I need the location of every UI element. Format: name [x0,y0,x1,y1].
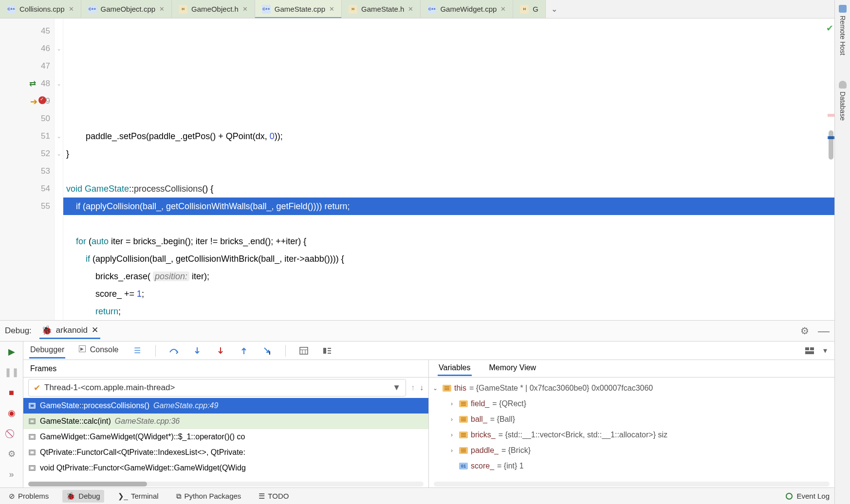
close-icon[interactable]: ✕ [408,5,413,13]
step-into-icon[interactable] [192,345,203,356]
line-number[interactable]: 54 [0,180,54,198]
tab-memory-view[interactable]: Memory View [488,361,537,376]
right-tool-strip: Remote Host Database [834,0,850,504]
editor-scrollbar[interactable] [829,130,833,160]
file-tab[interactable]: C++GameWidget.cpp✕ [421,0,513,18]
code-line[interactable]: paddle_.setPos(paddle_.getPos() + QPoint… [63,127,834,145]
layout-icon[interactable] [804,345,815,356]
file-tab[interactable]: C++GameState.cpp✕ [255,0,342,18]
tool-python-packages[interactable]: ⧉Python Packages [172,490,245,503]
close-icon[interactable]: ✕ [329,5,334,13]
tab-console[interactable]: ▶ Console [78,342,119,359]
line-number[interactable]: 45 [0,22,54,40]
code-line[interactable]: void GameState::processCollisions() { [63,180,834,198]
debug-session-tab[interactable]: 🐞 arkanoid ✕ [39,323,100,339]
event-log-link[interactable]: Event Log [796,492,830,500]
trace-icon[interactable] [322,345,333,356]
file-tab[interactable]: C++GameObject.cpp✕ [81,0,172,18]
code-line[interactable]: if (applyCollision(ball_, getCollisionWi… [63,198,834,215]
tree-toggle-icon[interactable]: › [447,416,456,423]
next-frame-icon[interactable]: ↓ [420,383,424,392]
line-number[interactable]: 49➔ [0,92,54,110]
stack-frame[interactable]: QtPrivate::FunctorCall<QtPrivate::Indexe… [23,445,428,460]
variable-row[interactable]: › ball_ = {Ball} [431,412,832,427]
line-number[interactable]: 52 [0,145,54,162]
resume-icon[interactable]: ▶ [6,346,17,357]
stack-frame[interactable]: GameWidget::GameWidget(QWidget*)::$_1::o… [23,429,428,445]
code-line[interactable]: score_ += 1; [63,285,834,303]
line-number[interactable]: 50 [0,110,54,127]
chevron-down-icon[interactable]: ▼ [392,383,401,393]
gear-icon[interactable]: ⚙ [800,325,809,337]
tool-problems[interactable]: ⊘Problems [5,490,53,503]
threads-icon[interactable]: ☰ [132,345,143,356]
minimize-icon[interactable]: — [818,324,830,338]
run-to-cursor-icon[interactable] [262,345,273,356]
tool-database[interactable]: Database [838,78,848,124]
step-over-icon[interactable] [168,345,179,356]
variable-row[interactable]: › field_ = {QRect} [431,396,832,412]
tool-todo[interactable]: ☰TODO [255,490,293,503]
frames-scrollbar[interactable] [28,482,424,486]
mute-breakpoints-icon[interactable]: ⃠ [6,428,17,439]
step-out-icon[interactable] [239,345,249,356]
force-step-into-icon[interactable] [215,345,226,356]
code-editor[interactable]: 45464748⇄49➔505152535455 ⌄⌄⌄⌄ ✔ paddle_.… [0,18,834,320]
close-icon[interactable]: ✕ [242,5,248,13]
code-line[interactable] [63,162,834,180]
more-tabs-icon[interactable]: ⌄ [546,0,562,18]
tool-remote-host[interactable]: Remote Host [838,2,848,58]
variables-tree[interactable]: ⌄ this = {GameState * | 0x7fcac3060be0} … [429,378,834,481]
variable-row[interactable]: › paddle_ = {Brick} [431,443,832,458]
tool-debug[interactable]: 🐞Debug [62,490,104,503]
close-icon[interactable]: ✕ [92,325,98,335]
close-icon[interactable]: ✕ [69,5,74,13]
close-icon[interactable]: ✕ [500,5,506,13]
file-tab[interactable]: HGameState.h✕ [342,0,421,18]
code-area[interactable]: ✔ paddle_.setPos(paddle_.getPos() + QPoi… [63,18,834,320]
code-line[interactable]: } [63,145,834,162]
line-number[interactable]: 51 [0,127,54,145]
tree-toggle-icon[interactable]: › [447,432,456,438]
prev-frame-icon[interactable]: ↑ [411,383,415,392]
line-number[interactable]: 48⇄ [0,75,54,92]
file-tab[interactable]: HG [513,0,546,18]
line-number[interactable]: 47 [0,57,54,75]
breakpoint-icon[interactable] [38,96,46,104]
variables-scrollbar[interactable] [434,482,830,486]
code-line[interactable]: if (applyCollision(ball_, getCollisionWi… [63,250,834,268]
thread-selector[interactable]: ✔ Thread-1-<com.apple.main-thread> ▼ [28,379,406,396]
code-line[interactable]: for (auto iter = bricks_.begin(); iter !… [63,233,834,250]
line-number[interactable]: 46 [0,40,54,57]
fold-column[interactable]: ⌄⌄⌄⌄ [55,18,63,320]
stop-icon[interactable]: ■ [6,387,17,398]
pause-icon[interactable]: ❚❚ [6,367,17,378]
stack-frame[interactable]: void QtPrivate::Functor<GameWidget::Game… [23,460,428,476]
code-line[interactable] [63,215,834,233]
view-breakpoints-icon[interactable]: ◉ [6,408,17,418]
line-number[interactable]: 55 [0,198,54,215]
file-tab[interactable]: C++Collisions.cpp✕ [0,0,81,18]
evaluate-expression-icon[interactable] [298,345,309,356]
tree-toggle-icon[interactable]: › [447,447,456,454]
tool-terminal[interactable]: ❯_Terminal [114,490,163,503]
file-tab[interactable]: HGameObject.h✕ [172,0,255,18]
stack-frame[interactable]: GameState::processCollisions() GameState… [23,398,428,414]
stack-frame[interactable]: GameState::calc(int) GameState.cpp:36 [23,414,428,429]
tab-debugger[interactable]: Debugger [29,342,65,359]
code-line[interactable]: return; [63,303,834,320]
debug-settings-icon[interactable]: ⚙ [6,449,17,459]
line-number[interactable]: 53 [0,162,54,180]
line-number-gutter[interactable]: 45464748⇄49➔505152535455 [0,18,55,320]
tab-variables[interactable]: Variables [438,361,472,376]
close-icon[interactable]: ✕ [159,5,165,13]
code-line[interactable]: bricks_.erase( position: iter); [63,268,834,285]
tree-toggle-icon[interactable]: ⌄ [431,385,440,392]
stack-frames-list[interactable]: GameState::processCollisions() GameState… [23,398,428,481]
variable-row[interactable]: 01 score_ = {int} 1 [431,458,832,474]
variable-row[interactable]: › bricks_ = {std::__1::vector<Brick, std… [431,427,832,443]
variable-row[interactable]: ⌄ this = {GameState * | 0x7fcac3060be0} … [431,380,832,396]
more-icon[interactable]: » [6,469,17,480]
chevron-down-icon[interactable]: ▾ [820,345,831,356]
tree-toggle-icon[interactable]: › [447,400,456,407]
